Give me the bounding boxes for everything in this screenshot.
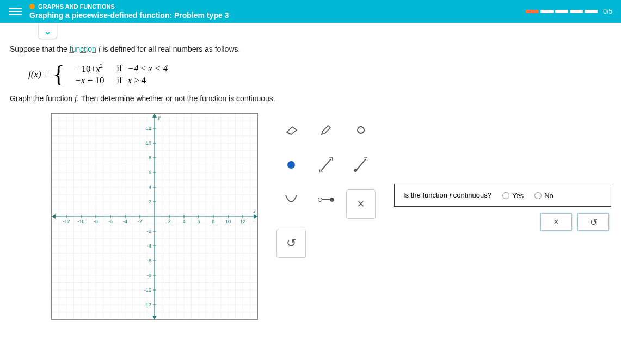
svg-text:-8: -8 xyxy=(147,273,151,278)
reset-graph-button[interactable]: ↺ xyxy=(276,229,306,258)
chevron-down-icon: ⌄ xyxy=(44,27,51,36)
svg-text:8: 8 xyxy=(212,219,214,224)
svg-text:2: 2 xyxy=(168,219,170,224)
pieces: −10+x2 if −4 ≤ x < 4 −x + 10 if x ≥ 4 xyxy=(67,63,176,87)
continuity-question: Is the function f continuous? Yes No xyxy=(394,184,611,207)
lhs: f(x) = xyxy=(28,69,50,80)
svg-text:-4: -4 xyxy=(123,219,127,224)
svg-marker-61 xyxy=(52,214,56,219)
progress-seg xyxy=(585,10,598,13)
instruction: Graph the function f. Then determine whe… xyxy=(10,94,611,103)
progress-segments xyxy=(526,10,598,13)
parabola-tool[interactable] xyxy=(276,185,306,214)
dropdown-toggle[interactable]: ⌄ xyxy=(38,24,57,39)
svg-text:-2: -2 xyxy=(138,219,142,224)
piece-if: if xyxy=(111,63,127,74)
header-text: GRAPHS AND FUNCTIONS Graphing a piecewis… xyxy=(29,3,526,20)
closed-point-tool[interactable] xyxy=(276,150,306,180)
svg-text:-6: -6 xyxy=(108,219,113,224)
piece-cond: x ≥ 4 xyxy=(127,75,176,86)
svg-text:10: 10 xyxy=(146,140,151,146)
svg-text:-8: -8 xyxy=(94,219,98,224)
progress-area: 0/5 xyxy=(526,8,612,15)
svg-text:12: 12 xyxy=(240,219,245,224)
svg-text:-2: -2 xyxy=(147,229,151,234)
svg-text:-10: -10 xyxy=(144,287,151,293)
svg-text:-6: -6 xyxy=(147,258,151,263)
progress-label: 0/5 xyxy=(603,8,612,15)
svg-text:2: 2 xyxy=(149,199,151,205)
x-icon: × xyxy=(554,217,558,227)
svg-marker-60 xyxy=(254,214,257,219)
segment-tool[interactable] xyxy=(311,185,341,214)
clear-answer-button[interactable]: × xyxy=(540,213,572,231)
open-point-tool[interactable] xyxy=(346,115,376,145)
page-title: Graphing a piecewise-defined function: P… xyxy=(29,11,526,20)
piecewise-equation: f(x) = { −10+x2 if −4 ≤ x < 4 −x + 10 if… xyxy=(28,63,611,87)
x-icon: × xyxy=(358,197,365,211)
function-link[interactable]: function xyxy=(70,45,96,53)
piece-row: −10+x2 if −4 ≤ x < 4 xyxy=(67,63,176,75)
svg-text:y: y xyxy=(157,115,161,120)
no-label: No xyxy=(544,192,554,200)
svg-marker-62 xyxy=(152,114,157,118)
app-header: GRAPHS AND FUNCTIONS Graphing a piecewis… xyxy=(0,0,621,23)
prompt-after: is defined for all real numbers as follo… xyxy=(102,45,240,53)
progress-seg xyxy=(540,10,554,13)
piece-row: −x + 10 if x ≥ 4 xyxy=(67,75,176,87)
svg-text:4: 4 xyxy=(149,184,151,190)
pencil-tool[interactable] xyxy=(311,115,341,145)
eraser-tool[interactable] xyxy=(276,115,306,145)
progress-seg xyxy=(555,10,568,13)
breadcrumb: GRAPHS AND FUNCTIONS xyxy=(29,3,526,10)
breadcrumb-label: GRAPHS AND FUNCTIONS xyxy=(38,3,115,10)
prompt-text: Suppose that the function f is defined f… xyxy=(10,45,611,54)
svg-text:6: 6 xyxy=(197,219,200,224)
svg-text:x: x xyxy=(253,209,256,214)
brace-icon: { xyxy=(53,65,64,84)
prompt-before: Suppose that the xyxy=(10,45,70,53)
progress-seg xyxy=(570,10,583,13)
question-text: Is the function f continuous? xyxy=(403,191,491,200)
tool-palette: × ↺ xyxy=(274,113,378,260)
question-column: Is the function f continuous? Yes No × ↺ xyxy=(394,113,611,231)
svg-text:-12: -12 xyxy=(63,219,70,224)
clear-graph-button[interactable]: × xyxy=(346,189,376,219)
svg-text:10: 10 xyxy=(225,219,231,224)
svg-text:8: 8 xyxy=(149,155,151,161)
graph-canvas[interactable]: -12-10-8-6-4-224681012-12-10-8-6-4-22468… xyxy=(51,113,258,320)
svg-text:12: 12 xyxy=(146,126,151,131)
yes-label: Yes xyxy=(512,192,524,200)
piece-if: if xyxy=(111,75,127,86)
reset-icon: ↺ xyxy=(590,217,597,227)
line-tool[interactable] xyxy=(311,150,341,180)
section-dot-icon xyxy=(29,4,35,9)
func-letter: f xyxy=(99,45,101,53)
radio-icon xyxy=(534,192,542,199)
answer-buttons: × ↺ xyxy=(394,213,611,231)
svg-text:-4: -4 xyxy=(147,243,151,249)
no-option[interactable]: No xyxy=(534,192,554,200)
piece-expr: −x + 10 xyxy=(67,75,111,86)
svg-text:4: 4 xyxy=(182,219,185,224)
piece-expr: −10+x2 xyxy=(67,63,111,75)
work-area: -12-10-8-6-4-224681012-12-10-8-6-4-22468… xyxy=(10,113,611,320)
reset-icon: ↺ xyxy=(286,236,296,250)
svg-marker-63 xyxy=(152,316,157,319)
progress-seg xyxy=(526,10,539,13)
piece-cond: −4 ≤ x < 4 xyxy=(127,63,176,74)
ray-tool[interactable] xyxy=(346,150,376,180)
radio-icon xyxy=(502,192,509,199)
yes-option[interactable]: Yes xyxy=(502,192,524,200)
menu-icon[interactable] xyxy=(9,5,22,17)
content-area: Suppose that the function f is defined f… xyxy=(0,23,621,330)
svg-text:-10: -10 xyxy=(77,219,84,224)
reset-answer-button[interactable]: ↺ xyxy=(577,213,609,231)
svg-text:-12: -12 xyxy=(144,302,151,307)
svg-text:6: 6 xyxy=(149,170,151,175)
